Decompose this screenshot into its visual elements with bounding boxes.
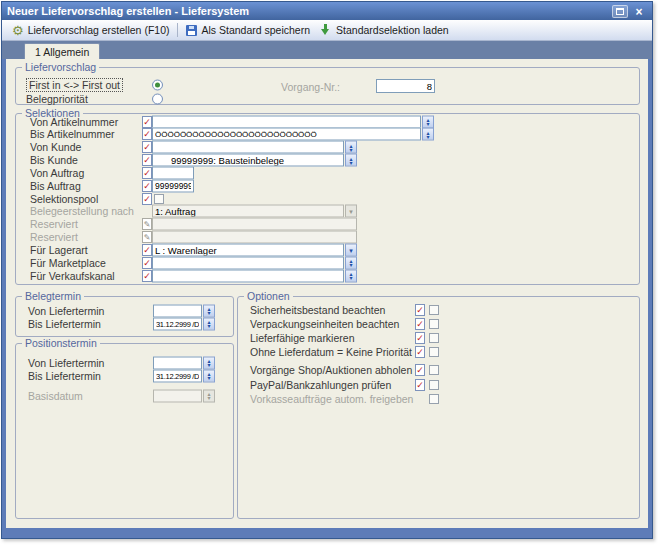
selection-toggle-icon[interactable] <box>142 244 152 256</box>
tab-page: Liefervorschlag First in <-> First outBe… <box>6 59 648 528</box>
titlebar: Neuer Liefervorschlag erstellen - Liefer… <box>2 2 652 20</box>
selection-toggle-icon[interactable] <box>142 167 152 179</box>
toolbar-button-load-default-selection[interactable]: Standardselektion laden <box>315 23 454 37</box>
vorgang-nr-label: Vorgang-Nr.: <box>266 81 340 93</box>
date-row: Von Liefertermin <box>16 304 233 317</box>
dropdown-arrow-icon <box>345 205 357 218</box>
reserviert-input <box>152 231 357 244</box>
selection-row: Von Auftrag <box>16 166 639 179</box>
selection-row: Für LagerartL : Warenlager <box>16 244 639 257</box>
spinner-button[interactable] <box>345 141 357 154</box>
spinner-button[interactable] <box>203 304 215 317</box>
close-icon <box>635 2 642 20</box>
belegeerstellung-nach-label: Belegeerstellung nach <box>30 205 134 217</box>
von-artikelnummer-input[interactable] <box>152 115 434 128</box>
toolbar-button-create-delivery-proposal[interactable]: Liefervorschlag erstellen (F10) <box>7 23 174 38</box>
bis-auftrag-input[interactable]: 99999999 <box>152 179 194 192</box>
bis-liefertermin-input[interactable]: 31.12.2999 /Di <box>153 369 215 382</box>
selektionspool-label: Selektionspool <box>30 193 98 205</box>
radio-first-in-first-out[interactable] <box>152 79 163 90</box>
von-liefertermin-input[interactable] <box>153 304 215 317</box>
fuer-lagerart-dropdown[interactable]: L : Warenlager <box>152 244 357 257</box>
bis-artikelnummer-input[interactable]: ÖÖÖÖÖÖÖÖÖÖÖÖÖÖÖÖÖÖÖÖÖÖÖÖÖÖ <box>152 128 434 141</box>
radio-row: Belegpriorität <box>16 92 639 105</box>
vorgang-nr-input[interactable]: 8 <box>376 79 435 93</box>
maximize-icon <box>616 8 624 15</box>
spinner-button[interactable] <box>345 269 357 282</box>
bis-kunde-value: 99999999: Bausteinbelege <box>155 155 341 166</box>
spinner-button[interactable] <box>422 128 434 141</box>
verpackungseinheiten-beachten-label: Verpackungseinheiten beachten <box>250 318 399 330</box>
vorgaenge-shop-auktionen-abholen-checkbox[interactable] <box>429 365 439 375</box>
ohne-lieferdatum-keine-prioritaet-checkbox[interactable] <box>429 347 439 357</box>
bis-liefertermin-label: Bis Liefertermin <box>28 370 101 382</box>
group-optionen: Optionen Sicherheitsbestand beachtenVerp… <box>237 296 640 519</box>
bis-liefertermin-value: 31.12.2999 /Di <box>156 318 199 329</box>
spinner-button[interactable] <box>203 369 215 382</box>
toolbar-button-label: Liefervorschlag erstellen (F10) <box>28 24 170 36</box>
selection-toggle-icon[interactable] <box>415 304 425 316</box>
bis-liefertermin-value: 31.12.2999 /Di <box>156 370 199 381</box>
maximize-button[interactable] <box>612 5 628 18</box>
selection-toggle-icon[interactable] <box>415 332 425 344</box>
bis-auftrag-label: Bis Auftrag <box>30 180 81 192</box>
bis-kunde-label: Bis Kunde <box>30 154 78 166</box>
selection-row: Für Marketplace <box>16 256 639 269</box>
verpackungseinheiten-beachten-checkbox[interactable] <box>429 319 439 329</box>
selection-toggle-icon[interactable] <box>415 364 425 376</box>
selection-toggle-icon[interactable] <box>142 270 152 282</box>
selection-toggle-icon[interactable] <box>142 193 152 205</box>
group-title: Optionen <box>244 290 293 303</box>
option-row: PayPal/Bankzahlungen prüfen <box>238 378 639 391</box>
selection-toggle-icon[interactable] <box>142 128 152 140</box>
selection-toggle-icon[interactable] <box>142 141 152 153</box>
spinner-button[interactable] <box>422 115 434 128</box>
von-kunde-input[interactable] <box>152 141 357 154</box>
bis-kunde-input[interactable]: 99999999: Bausteinbelege <box>152 154 357 167</box>
sicherheitsbestand-beachten-label: Sicherheitsbestand beachten <box>250 304 385 316</box>
group-selektionen: Selektionen Von ArtikelnummerBis Artikel… <box>15 113 640 285</box>
selection-row: Belegeerstellung nach1: Auftrag <box>16 205 639 218</box>
bis-liefertermin-input[interactable]: 31.12.2999 /Di <box>153 317 215 330</box>
selection-toggle-icon[interactable] <box>415 346 425 358</box>
paypal-bankzahlungen-pruefen-label: PayPal/Bankzahlungen prüfen <box>250 379 391 391</box>
toolbar-button-label: Standardselektion laden <box>336 24 449 36</box>
toolbar-button-save-as-default[interactable]: Als Standard speichern <box>181 23 315 37</box>
selektionspool-checkbox[interactable] <box>154 194 164 204</box>
dropdown-arrow-icon[interactable] <box>345 244 357 257</box>
spinner-button[interactable] <box>203 356 215 369</box>
spinner-button[interactable] <box>203 317 215 330</box>
option-row: Ohne Lieferdatum = Keine Priorität <box>238 346 639 359</box>
von-auftrag-input[interactable] <box>152 166 194 179</box>
selection-toggle-icon[interactable] <box>415 379 425 391</box>
paypal-bankzahlungen-pruefen-checkbox[interactable] <box>429 380 439 390</box>
date-row: Bis Liefertermin31.12.2999 /Di <box>16 317 233 330</box>
lieferfaehige-markieren-label: Lieferfähige markieren <box>250 332 354 344</box>
selection-toggle-icon[interactable] <box>142 257 152 269</box>
radio-belegprioritaet[interactable] <box>152 93 163 104</box>
von-liefertermin-label: Von Liefertermin <box>28 305 104 317</box>
selection-toggle-icon[interactable] <box>142 154 152 166</box>
selection-toggle-icon[interactable] <box>142 180 152 192</box>
selection-toggle-icon[interactable] <box>415 318 425 330</box>
tab-allgemein[interactable]: 1 Allgemein <box>24 43 100 59</box>
spinner-button[interactable] <box>345 256 357 269</box>
von-auftrag-label: Von Auftrag <box>30 167 84 179</box>
load-icon <box>320 24 332 36</box>
group-title: Liefervorschlag <box>22 61 99 74</box>
sicherheitsbestand-beachten-checkbox[interactable] <box>429 305 439 315</box>
fuer-marketplace-input[interactable] <box>152 256 357 269</box>
selection-toggle-icon[interactable] <box>142 116 152 128</box>
close-button[interactable] <box>631 5 647 18</box>
lieferfaehige-markieren-checkbox[interactable] <box>429 333 439 343</box>
von-liefertermin-input[interactable] <box>153 356 215 369</box>
selection-row: Für Verkaufskanal <box>16 269 639 282</box>
bis-artikelnummer-value: ÖÖÖÖÖÖÖÖÖÖÖÖÖÖÖÖÖÖÖÖÖÖÖÖÖÖ <box>155 129 418 140</box>
spinner-button[interactable] <box>345 154 357 167</box>
option-row: Lieferfähige markieren <box>238 331 639 344</box>
fuer-verkaufskanal-input[interactable] <box>152 269 357 282</box>
belegeerstellung-nach-value: 1: Auftrag <box>155 206 341 217</box>
fuer-verkaufskanal-label: Für Verkaufskanal <box>30 270 115 282</box>
von-kunde-label: Von Kunde <box>30 141 81 153</box>
toolbar-separator <box>177 23 178 37</box>
